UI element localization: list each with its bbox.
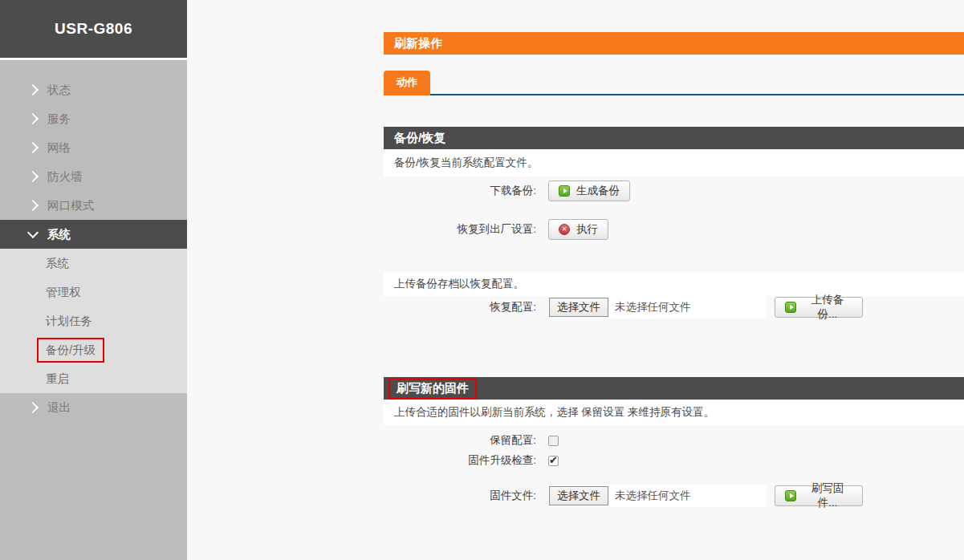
sidebar-subitem-label: 重启 <box>46 371 69 387</box>
factory-reset-label: 恢复到出厂设置: <box>384 222 536 237</box>
generate-backup-button[interactable]: 生成备份 <box>548 181 630 201</box>
main-content: 刷新操作 动作 备份/恢复 备份/恢复当前系统配置文件。 下载备份: 生成备份 … <box>384 0 964 560</box>
sidebar-subitem-administration[interactable]: 管理权 <box>0 278 187 306</box>
button-label: 上传备份... <box>803 293 852 322</box>
button-label: 执行 <box>576 222 598 237</box>
sidebar-subitem-label: 计划任务 <box>46 314 92 329</box>
upgrade-check-label: 固件升级检查: <box>384 453 536 468</box>
highlighted-subitem-label: 备份/升级 <box>37 338 104 363</box>
upgrade-check-checkbox[interactable] <box>548 456 559 466</box>
upload-backup-button[interactable]: 上传备份... <box>775 297 863 318</box>
flash-firmware-button[interactable]: 刷写固件... <box>775 485 863 506</box>
sidebar-subitem-reboot[interactable]: 重启 <box>0 364 187 393</box>
firmware-file-row: 固件文件: 选择文件 未选择任何文件 刷写固件... <box>384 485 964 507</box>
sidebar-item-label: 状态 <box>47 83 71 98</box>
play-icon <box>785 490 796 501</box>
play-icon <box>785 302 796 313</box>
sidebar-item-firewall[interactable]: 防火墙 <box>0 162 187 191</box>
choose-file-button[interactable]: 选择文件 <box>549 298 608 317</box>
sidebar-item-network[interactable]: 网络 <box>0 133 187 162</box>
chevron-right-icon <box>27 142 39 153</box>
flash-firmware-description: 上传合适的固件以刷新当前系统，选择 保留设置 来维持原有设置。 <box>384 400 964 425</box>
sidebar-subitem-system[interactable]: 系统 <box>0 249 187 278</box>
no-file-selected-text: 未选择任何文件 <box>615 300 691 314</box>
upgrade-check-row: 固件升级检查: <box>384 454 964 467</box>
keep-config-checkbox[interactable] <box>548 436 559 446</box>
restore-config-row: 恢复配置: 选择文件 未选择任何文件 上传备份... <box>384 296 964 319</box>
system-submenu: 系统 管理权 计划任务 备份/升级 重启 <box>0 249 187 393</box>
sidebar-item-label: 防火墙 <box>47 169 83 185</box>
sidebar-item-label: 系统 <box>47 227 71 242</box>
chevron-down-icon <box>27 227 39 238</box>
sidebar-spacer <box>0 60 187 75</box>
restore-config-label: 恢复配置: <box>384 300 536 314</box>
download-backup-label: 下载备份: <box>384 184 536 198</box>
sidebar: USR-G806 状态 服务 网络 防火墙 网口模式 系统 系 <box>0 0 187 560</box>
sidebar-subitem-label: 管理权 <box>46 285 81 300</box>
button-label: 生成备份 <box>576 184 620 198</box>
sidebar-item-system[interactable]: 系统 <box>0 220 187 249</box>
tab-bar: 动作 <box>384 71 964 95</box>
sidebar-item-label: 服务 <box>47 112 71 127</box>
download-backup-row: 下载备份: 生成备份 <box>384 181 964 201</box>
sidebar-item-port-mode[interactable]: 网口模式 <box>0 191 187 220</box>
factory-reset-row: 恢复到出厂设置: ✕ 执行 <box>384 219 964 240</box>
play-icon <box>559 185 570 197</box>
button-label: 刷写固件... <box>803 481 852 510</box>
chevron-right-icon <box>27 402 39 413</box>
highlighted-section-title: 刷写新的固件 <box>388 378 477 400</box>
chevron-right-icon <box>27 84 39 95</box>
restore-file-input[interactable]: 选择文件 未选择任何文件 <box>548 296 767 319</box>
sidebar-item-label: 网络 <box>47 140 71 156</box>
section-title: 备份/恢复 <box>394 127 445 149</box>
device-title: USR-G806 <box>0 0 187 58</box>
keep-config-label: 保留配置: <box>384 433 536 448</box>
firmware-file-input[interactable]: 选择文件 未选择任何文件 <box>548 485 767 507</box>
sidebar-menu: 状态 服务 网络 防火墙 网口模式 系统 系统 管理权 <box>0 60 187 560</box>
sidebar-item-status[interactable]: 状态 <box>0 75 187 104</box>
chevron-right-icon <box>27 200 39 211</box>
chevron-right-icon <box>27 113 39 124</box>
sidebar-subitem-backup-upgrade[interactable]: 备份/升级 <box>0 335 187 364</box>
backup-restore-description: 备份/恢复当前系统配置文件。 <box>384 149 964 177</box>
perform-reset-button[interactable]: ✕ 执行 <box>548 219 608 240</box>
no-file-selected-text: 未选择任何文件 <box>615 489 691 503</box>
chevron-right-icon <box>27 171 39 182</box>
sidebar-item-label: 网口模式 <box>47 198 94 213</box>
tab-actions[interactable]: 动作 <box>384 71 430 95</box>
sidebar-item-services[interactable]: 服务 <box>0 104 187 133</box>
keep-config-row: 保留配置: <box>384 434 964 447</box>
upload-backup-note: 上传备份存档以恢复配置。 <box>384 272 964 296</box>
flash-firmware-section-header: 刷写新的固件 <box>384 377 964 400</box>
firmware-file-label: 固件文件: <box>384 489 536 503</box>
page-title: 刷新操作 <box>384 32 964 55</box>
sidebar-item-label: 退出 <box>47 400 71 416</box>
sidebar-subitem-scheduled-tasks[interactable]: 计划任务 <box>0 306 187 335</box>
cancel-icon: ✕ <box>559 224 570 235</box>
sidebar-item-logout[interactable]: 退出 <box>0 393 187 422</box>
sidebar-subitem-label: 系统 <box>46 256 69 271</box>
choose-file-button[interactable]: 选择文件 <box>549 486 608 505</box>
backup-restore-section-header: 备份/恢复 <box>384 127 964 149</box>
